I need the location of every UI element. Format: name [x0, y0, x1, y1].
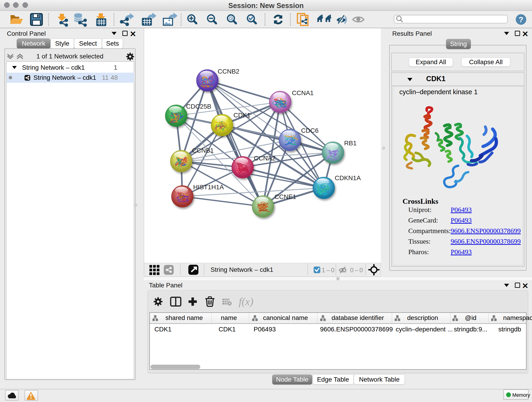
- svg-text:CCNE1: CCNE1: [274, 193, 296, 200]
- svg-text:CCNB1: CCNB1: [192, 147, 214, 154]
- svg-text:CDKN1A: CDKN1A: [335, 174, 361, 182]
- svg-text:RB1: RB1: [344, 140, 356, 147]
- svg-text:CCNA2: CCNA2: [254, 155, 276, 162]
- svg-text:?: ?: [519, 15, 524, 24]
- svg-text:f(x): f(x): [239, 296, 253, 307]
- svg-text:CCNA1: CCNA1: [292, 89, 314, 96]
- svg-text:CCNB2: CCNB2: [218, 68, 239, 75]
- svg-text:CDC25B: CDC25B: [186, 103, 211, 110]
- svg-text:CDK1: CDK1: [234, 112, 251, 119]
- svg-text:CDC6: CDC6: [301, 127, 318, 134]
- svg-text:HIST1H1A: HIST1H1A: [193, 184, 224, 191]
- svg-text:1 – 0: 1 – 0: [322, 267, 335, 274]
- svg-text:0 – 0: 0 – 0: [350, 267, 363, 274]
